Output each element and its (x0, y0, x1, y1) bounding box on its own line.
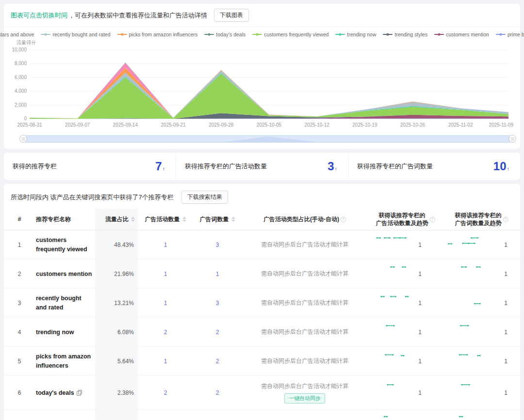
auto-sync-button[interactable]: 一键自动同步 (284, 393, 325, 404)
column-header-keywords[interactable]: 广告词数量 (193, 212, 242, 226)
campaign-type-ratio-cell: 需自动同步后台广告活动才能计算一键自动同步 (242, 376, 368, 409)
legend-label: 4 stars and above (0, 32, 34, 37)
legend-marker-icon (117, 32, 127, 37)
legend-item-picks-from-amazon-influencers[interactable]: picks from amazon influencers (117, 32, 198, 37)
legend-item-prime-big-deals[interactable]: prime big deals (496, 32, 524, 37)
trend-value: 1 (504, 242, 508, 248)
chart-area-wrap: 02,0004,0006,0008,00010,0002025-08-31202… (4, 46, 520, 132)
svg-text:2,000: 2,000 (15, 102, 27, 108)
column-header-campaigns[interactable]: 广告活动数量 (138, 212, 193, 226)
chart-note-row: 图表可点击切换时间 ，可在列表数据中查看推荐位流量和广告活动详情 下载图表 (4, 4, 520, 27)
campaign-count-link[interactable]: 2 (164, 389, 167, 396)
campaign-count-link[interactable]: 1 (164, 358, 167, 365)
info-icon[interactable]: ? (503, 217, 508, 222)
legend-marker-icon (335, 32, 345, 37)
traffic-share-value: 5.64% (95, 347, 138, 375)
trend-sparkline (447, 322, 500, 338)
legend-item-today-s-deals[interactable]: today's deals (204, 32, 246, 37)
campaign-count-link-cell: 1 (138, 289, 193, 317)
table-summary-row: 所选时间段内 该产品在关键词搜索页中获得了7个推荐专栏 下载搜索结果 (4, 189, 520, 209)
campaign-count-link-cell: 1 (138, 230, 193, 259)
campaign-count-link-cell: 1 (138, 410, 193, 420)
recommendation-name: today's deals (35, 376, 95, 409)
campaign-count-link-cell: 2 (138, 376, 193, 409)
trend-campaign-cell: 1 (368, 230, 443, 259)
column-header-label: # (18, 215, 21, 223)
keyword-count-link[interactable]: 2 (216, 389, 219, 396)
sort-icon[interactable] (131, 217, 135, 222)
recommendation-table-card: 所选时间段内 该产品在关键词搜索页中获得了7个推荐专栏 下载搜索结果 #推荐专栏… (4, 184, 520, 420)
chart-range-slider[interactable] (23, 134, 512, 144)
legend-item-trending-styles[interactable]: trending styles (383, 32, 427, 37)
svg-text:2025-09-28: 2025-09-28 (209, 122, 234, 128)
legend-ring (499, 33, 502, 36)
campaign-count-link[interactable]: 2 (164, 329, 167, 336)
keyword-count-link[interactable]: 2 (216, 358, 219, 365)
legend-ring (387, 33, 389, 36)
row-index: 4 (4, 318, 35, 346)
stat-label: 获得推荐专栏的广告活动数量 (185, 162, 267, 171)
trend-keyword-cell: 1 (443, 347, 520, 375)
keyword-count-link-cell: 1 (193, 410, 242, 420)
campaign-count-link[interactable]: 1 (164, 271, 167, 277)
trend-keyword-cell: 1 (443, 376, 520, 409)
row-index: 2 (4, 259, 35, 288)
table-row: 3recently bought and rated13.21%13需自动同步后… (4, 289, 520, 318)
keyword-count-link[interactable]: 3 (216, 242, 219, 248)
slider-right-handle[interactable] (508, 135, 516, 143)
recommendation-name: customers frequently viewed (35, 230, 95, 259)
download-results-button[interactable]: 下载搜索结果 (181, 191, 228, 204)
row-index: 7 (4, 410, 35, 420)
legend-item-trending-now[interactable]: trending now (335, 32, 376, 37)
legend-item-customers-frequently-viewed[interactable]: customers frequently viewed (252, 32, 328, 37)
trend-sparkline (447, 263, 500, 280)
trend-up-arrow-icon: ↑ (335, 166, 338, 173)
column-header-traffic_share[interactable]: 流量占比 (95, 209, 138, 230)
campaign-count-link-cell: 1 (138, 347, 193, 375)
table-row: 5picks from amazon influencers5.64%12需自动… (4, 347, 520, 376)
recommendation-name-text: picks from amazon influencers (36, 352, 93, 371)
stat-value: 10↑ (493, 160, 509, 173)
keyword-count-link[interactable]: 3 (216, 300, 219, 307)
campaign-type-ratio-cell: 需自动同步后台广告活动才能计算 (242, 289, 368, 317)
table-summary-text: 所选时间段内 该产品在关键词搜索页中获得了7个推荐专栏 (11, 193, 174, 202)
recommendation-name-text: today's deals (36, 388, 74, 398)
keyword-count-link-cell: 1 (193, 259, 242, 288)
slider-left-handle[interactable] (19, 135, 27, 143)
trend-value: 1 (504, 358, 508, 365)
campaign-count-link[interactable]: 1 (164, 242, 167, 248)
recommendation-name-text: recently bought and rated (36, 294, 93, 312)
stat-card-2: 获得推荐专栏的广告词数量10↑ (348, 153, 520, 180)
legend-item-customers-mention[interactable]: customers mention (434, 32, 489, 37)
copy-icon[interactable] (77, 390, 82, 395)
legend-item-recently-bought-and-rated[interactable]: recently bought and rated (41, 32, 110, 37)
slider-track[interactable] (23, 135, 512, 143)
stat-card-0: 获得的推荐专栏7↑ (4, 153, 176, 180)
download-chart-button[interactable]: 下载图表 (214, 9, 249, 22)
trend-sparkline (447, 351, 500, 367)
traffic-stacked-area-chart[interactable]: 02,0004,0006,0008,00010,0002025-08-31202… (8, 46, 516, 132)
keyword-count-link[interactable]: 1 (216, 271, 219, 277)
trend-sparkline (447, 292, 500, 309)
legend-marker-icon (204, 32, 214, 37)
traffic-share-value: 2.29% (95, 410, 138, 420)
keyword-count-link[interactable]: 2 (216, 329, 219, 336)
campaign-type-ratio-cell: 需自动同步后台广告活动才能计算 (242, 259, 368, 288)
stat-card-1: 获得推荐专栏的广告活动数量3↑ (176, 153, 348, 180)
trend-sparkline (372, 322, 425, 338)
svg-text:2025-09-14: 2025-09-14 (113, 122, 138, 128)
sort-icon[interactable] (231, 217, 235, 222)
trend-sparkline (372, 292, 425, 309)
traffic-share-value: 21.96% (95, 259, 138, 288)
info-icon[interactable]: ? (430, 217, 435, 222)
slider-data-shadow (24, 136, 512, 142)
campaign-count-link[interactable]: 1 (164, 300, 167, 307)
legend-item-4-stars-and-above[interactable]: 4 stars and above (0, 32, 34, 37)
svg-text:2025-10-19: 2025-10-19 (352, 122, 377, 128)
info-icon[interactable]: ? (341, 217, 346, 222)
legend-label: customers mention (446, 32, 489, 37)
svg-text:2025-10-05: 2025-10-05 (257, 122, 282, 128)
recommendation-name: trending now (35, 318, 95, 346)
legend-label: prime big deals (508, 32, 524, 37)
sort-icon[interactable] (182, 217, 186, 222)
